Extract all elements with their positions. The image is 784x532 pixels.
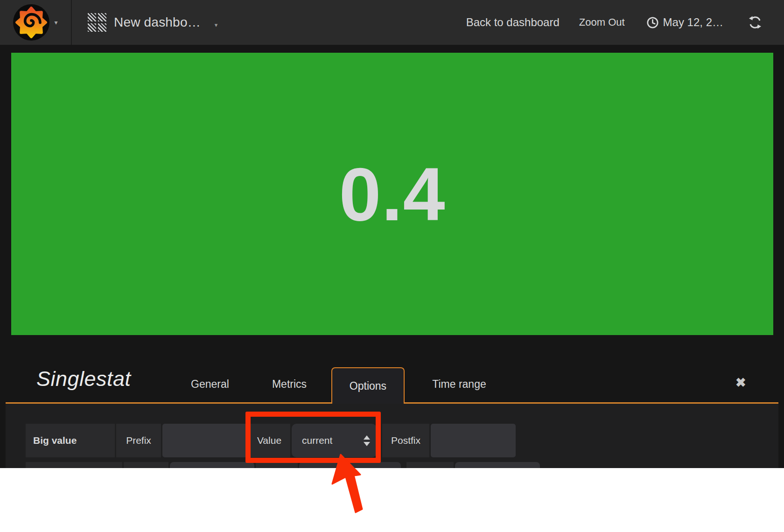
close-editor-icon[interactable]: ✖ <box>735 375 746 390</box>
chevron-down-icon: ▾ <box>54 19 57 26</box>
tab-options[interactable]: Options <box>331 367 405 404</box>
clipped-form-row <box>26 462 541 469</box>
top-navbar: ▾ New dashbo… ▾ Back to dashboard Zoom O… <box>0 0 784 45</box>
tab-general[interactable]: General <box>186 378 234 391</box>
clock-icon <box>646 16 659 29</box>
row2-cell <box>26 462 122 469</box>
postfix-input-cell <box>431 424 516 457</box>
value-select[interactable]: current <box>292 424 377 457</box>
dashboard-title: New dashbo… <box>114 15 201 30</box>
tab-time-range[interactable]: Time range <box>427 378 492 391</box>
singlestat-value: 0.4 <box>339 151 445 238</box>
grafana-menu-button[interactable]: ▾ <box>0 0 72 45</box>
page-bottom-whitespace <box>0 468 784 532</box>
row2-cell <box>256 462 298 469</box>
big-value-section-label: Big value <box>26 424 115 457</box>
back-to-dashboard-button[interactable]: Back to dashboard <box>466 16 560 29</box>
postfix-input[interactable] <box>431 424 516 457</box>
zoom-out-button[interactable]: Zoom Out <box>579 16 625 28</box>
value-label: Value <box>248 424 290 457</box>
panel-type-title: Singlestat <box>36 367 131 391</box>
value-select-current: current <box>302 435 332 446</box>
grafana-window: ▾ New dashbo… ▾ Back to dashboard Zoom O… <box>0 0 784 532</box>
big-value-form-row: Big value Prefix Value current Postfix <box>26 424 517 457</box>
tab-options-label: Options <box>350 380 386 392</box>
prefix-label: Prefix <box>116 424 161 457</box>
prefix-input-cell <box>162 424 247 457</box>
prefix-input[interactable] <box>162 424 247 457</box>
select-arrows-icon <box>364 435 370 446</box>
singlestat-panel: 0.4 <box>11 53 773 335</box>
dashboard-grid-icon <box>88 13 106 32</box>
dashboard-title-button[interactable]: New dashbo… ▾ <box>72 13 217 32</box>
tab-metrics[interactable]: Metrics <box>267 378 311 391</box>
navbar-actions: Back to dashboard Zoom Out May 12, 2… <box>466 16 784 29</box>
refresh-icon[interactable] <box>749 16 762 29</box>
postfix-label: Postfix <box>382 424 429 457</box>
row2-cell <box>124 462 168 469</box>
row2-cell <box>170 462 254 469</box>
row2-cell <box>406 462 454 469</box>
grafana-logo-icon <box>13 4 49 41</box>
time-range-label: May 12, 2… <box>663 16 723 29</box>
row2-cell <box>299 462 401 469</box>
chevron-down-icon: ▾ <box>215 21 218 28</box>
time-picker-button[interactable]: May 12, 2… <box>646 16 723 29</box>
row2-cell <box>455 462 540 469</box>
